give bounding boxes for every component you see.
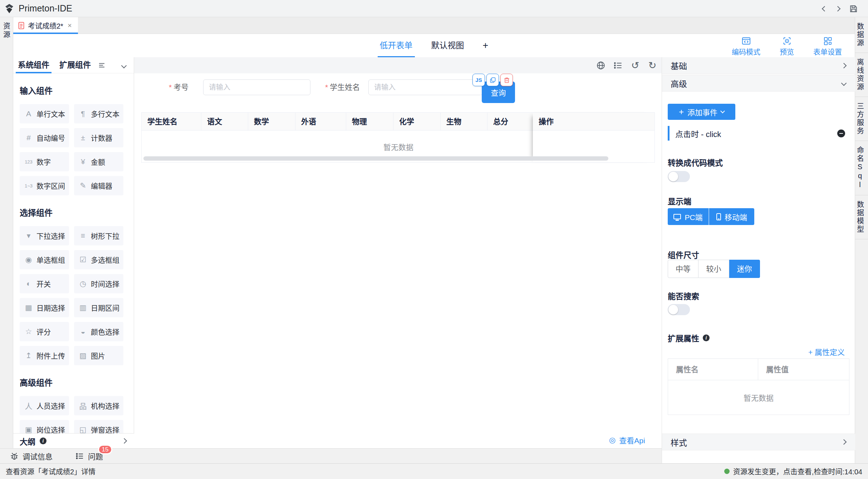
component-checkbox-group[interactable]: ☑多选框组 <box>74 250 123 269</box>
component-date-range[interactable]: ▥日期区间 <box>74 298 123 317</box>
chevron-right-icon <box>841 63 847 68</box>
component-label: 计数器 <box>91 133 112 143</box>
component-grid: ▾下拉选择≡树形下拉◉单选框组☑多选框组◐开关◷时间选择▦日期选择▥日期区间☆评… <box>20 226 134 365</box>
event-item-click[interactable]: 点击时 - click <box>668 126 849 141</box>
add-event-button[interactable]: + 添加事件 <box>668 104 735 120</box>
component-panel-tabs: 系统组件 扩展组件 <box>13 57 134 73</box>
tab-default-view[interactable]: 默认视图 <box>431 34 464 57</box>
component-image[interactable]: ▨图片 <box>74 346 123 365</box>
component-label: 数字区间 <box>36 181 65 191</box>
problems-button[interactable]: 问题 15 <box>75 451 103 461</box>
save-icon[interactable] <box>849 4 858 13</box>
component-org-select[interactable]: 品机构选择 <box>74 396 123 415</box>
tab-system-components[interactable]: 系统组件 <box>18 57 49 73</box>
view-api-link[interactable]: ◎ 查看Api <box>609 435 645 445</box>
nav-forward-icon[interactable] <box>835 6 841 11</box>
component-rate[interactable]: ☆评分 <box>20 322 69 341</box>
preview-button[interactable]: 预览 <box>780 36 794 57</box>
component-popup-select[interactable]: ◱弹窗选择 <box>74 420 123 433</box>
display-mobile-button[interactable]: 移动端 <box>708 208 754 225</box>
component-select[interactable]: ▾下拉选择 <box>20 226 69 245</box>
sidebar-item-5[interactable]: 数据模型 <box>855 195 868 239</box>
component-multi-line-text[interactable]: ¶多行文本 <box>74 104 123 123</box>
display-side-group: PC端 移动端 <box>668 208 754 225</box>
copy-button[interactable] <box>486 74 499 86</box>
document-tab-bar: 考试成绩2* × <box>13 17 855 34</box>
fixed-operation-column: 操作 <box>533 113 654 162</box>
status-resource-text[interactable]: 查看资源「考试成绩2」详情 <box>6 466 95 476</box>
component-editor[interactable]: ✎编辑器 <box>74 176 123 195</box>
title-bar-actions <box>823 0 858 17</box>
code-mode-button[interactable]: 编码模式 <box>732 36 760 57</box>
section-advanced[interactable]: 高级 <box>662 75 855 92</box>
switch-icon: ◐ <box>24 279 33 288</box>
add-view-button[interactable]: + <box>483 34 489 57</box>
data-grid[interactable]: 学生姓名语文数学外语物理化学生物总分 暂无数据 操作 <box>141 112 655 163</box>
form-settings-button[interactable]: 表单设置 <box>813 36 842 57</box>
sidebar-item-2[interactable]: 离线资源 <box>855 53 868 97</box>
sidebar-item-4[interactable]: 命名Sql <box>855 141 868 195</box>
component-label: 数字 <box>36 157 51 167</box>
component-size-group: 中等较小迷你 <box>668 260 760 278</box>
component-color-picker[interactable]: ◒颜色选择 <box>74 322 123 341</box>
component-single-line-text[interactable]: A单行文本 <box>20 104 69 123</box>
component-grid: 人人员选择品机构选择▣岗位选择◱弹窗选择 <box>20 396 134 433</box>
field-label-student-name: *学生姓名 <box>325 79 360 95</box>
exam-no-input[interactable] <box>203 79 310 95</box>
component-tree-select[interactable]: ≡树形下拉 <box>74 226 123 245</box>
collapse-panel-icon[interactable] <box>121 63 127 69</box>
problems-count-badge: 15 <box>98 445 112 454</box>
monitor-icon <box>673 214 681 219</box>
tab-exam-score[interactable]: 考试成绩2* × <box>13 17 78 34</box>
component-grid: A单行文本¶多行文本#自动编号±计数器123数字¥金额1~3数字区间✎编辑器 <box>20 104 134 195</box>
panel-menu-icon[interactable] <box>99 63 105 68</box>
redo-icon[interactable]: ↻ <box>647 60 657 70</box>
nav-back-icon[interactable] <box>822 6 828 11</box>
component-label: 人员选择 <box>36 401 65 411</box>
component-person-select[interactable]: 人人员选择 <box>20 396 69 415</box>
component-position-select[interactable]: ▣岗位选择 <box>20 420 69 433</box>
component-number[interactable]: 123数字 <box>20 152 69 171</box>
component-upload[interactable]: ↥附件上传 <box>20 346 69 365</box>
sidebar-item-1[interactable]: 数据源 <box>855 17 868 53</box>
js-script-button[interactable]: JS <box>472 74 485 86</box>
undo-icon[interactable]: ↺ <box>630 60 640 70</box>
section-style[interactable]: 样式 <box>662 434 855 450</box>
section-basic[interactable]: 基础 <box>662 57 855 74</box>
outline-bar[interactable]: 大纲 i <box>13 433 134 448</box>
component-money[interactable]: ¥金额 <box>74 152 123 171</box>
component-counter[interactable]: ±计数器 <box>74 128 123 147</box>
i18n-globe-icon[interactable] <box>596 60 606 70</box>
form-canvas[interactable]: ↺ ↻ *考号 *学生姓名 查询 JS 学生姓名语文数学外语物理化学生物总分 <box>134 57 662 448</box>
tab-extended-components[interactable]: 扩展组件 <box>59 57 91 73</box>
display-pc-button[interactable]: PC端 <box>668 208 708 225</box>
right-activity-strip: 数据源离线资源三方服务命名Sql数据模型 <box>855 17 868 463</box>
preview-icon <box>782 36 792 46</box>
component-label: 日期区间 <box>91 303 119 313</box>
component-date-picker[interactable]: ▦日期选择 <box>20 298 69 317</box>
define-property-link[interactable]: + 属性定义 <box>808 346 845 357</box>
table-header-cell: 化学 <box>393 113 441 131</box>
component-switch[interactable]: ◐开关 <box>20 274 69 293</box>
size-option-1[interactable]: 中等 <box>668 260 698 278</box>
component-number-range[interactable]: 1~3数字区间 <box>20 176 69 195</box>
searchable-toggle[interactable] <box>668 304 690 315</box>
tab-lowcode-form[interactable]: 低开表单 <box>380 34 413 57</box>
outline-tree-icon[interactable] <box>613 60 623 70</box>
debug-info-button[interactable]: 调试信息 <box>10 451 53 461</box>
app-title: Primeton-IDE <box>19 3 72 14</box>
horizontal-scrollbar[interactable] <box>143 156 608 161</box>
sidebar-item-resources[interactable]: 资源 <box>1 22 12 448</box>
status-change-notice[interactable]: 资源发生变更，点击查看,检查时间:14:04 <box>724 466 862 476</box>
size-option-3[interactable]: 迷你 <box>729 260 760 278</box>
tab-close-icon[interactable]: × <box>68 21 72 30</box>
sidebar-item-3[interactable]: 三方服务 <box>855 97 868 141</box>
component-auto-number[interactable]: #自动编号 <box>20 128 69 147</box>
remove-event-icon[interactable] <box>837 129 845 137</box>
size-option-2[interactable]: 较小 <box>698 260 729 278</box>
code-mode-toggle[interactable] <box>668 171 690 182</box>
component-radio-group[interactable]: ◉单选框组 <box>20 250 69 269</box>
student-name-input[interactable] <box>368 79 483 95</box>
delete-button[interactable] <box>500 74 513 86</box>
component-time-picker[interactable]: ◷时间选择 <box>74 274 123 293</box>
